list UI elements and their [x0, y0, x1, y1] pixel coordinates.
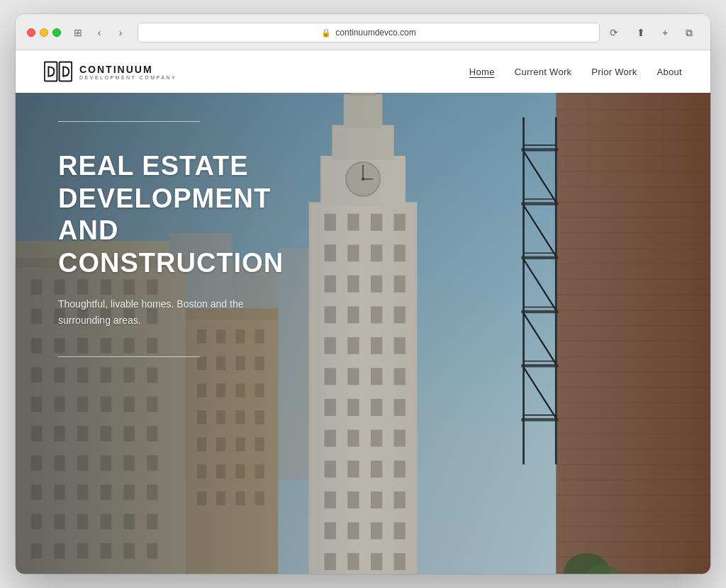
share-button[interactable]: ⬆ [631, 23, 651, 43]
back-button[interactable]: ‹ [91, 24, 108, 41]
svg-rect-1 [60, 62, 72, 81]
logo-text: CONTINUUM DEVELOPMENT COMPANY [79, 64, 177, 80]
site-logo: CONTINUUM DEVELOPMENT COMPANY [44, 61, 177, 82]
browser-controls: ⊞ ‹ › [69, 24, 129, 41]
nav-home[interactable]: Home [469, 67, 495, 77]
more-button[interactable]: ⧉ [679, 23, 699, 43]
site-header: CONTINUUM DEVELOPMENT COMPANY Home Curre… [16, 50, 710, 93]
svg-rect-0 [45, 62, 57, 81]
site-nav: Home Current Work Prior Work About [469, 67, 682, 77]
browser-action-buttons: ⬆ + ⧉ [631, 23, 699, 43]
lock-icon: 🔒 [321, 28, 331, 38]
nav-current-work[interactable]: Current Work [515, 67, 572, 77]
website-content: CONTINUUM DEVELOPMENT COMPANY Home Curre… [16, 50, 710, 574]
hero-line-top [58, 121, 200, 122]
minimize-button[interactable] [40, 28, 48, 37]
hero-title-line3: AND CONSTRUCTION [58, 215, 284, 278]
hero-subtitle: Thoughtful, livable homes. Boston and th… [58, 296, 271, 328]
address-bar[interactable]: 🔒 continuumdevco.com [138, 23, 600, 43]
nav-about[interactable]: About [657, 67, 682, 77]
browser-chrome: ⊞ ‹ › 🔒 continuumdevco.com ⟳ ⬆ + ⧉ [16, 14, 710, 50]
maximize-button[interactable] [52, 28, 61, 37]
hero-section: REAL ESTATE DEVELOPMENT AND CONSTRUCTION… [16, 93, 710, 574]
logo-name: CONTINUUM [79, 64, 177, 75]
hero-title-line2: DEVELOPMENT [58, 183, 271, 213]
hero-content: REAL ESTATE DEVELOPMENT AND CONSTRUCTION… [16, 93, 363, 385]
hero-line-bottom [58, 356, 200, 357]
reload-button[interactable]: ⟳ [605, 24, 622, 41]
hero-title-line1: REAL ESTATE [58, 151, 249, 181]
forward-button[interactable]: › [112, 24, 129, 41]
logo-subtitle: DEVELOPMENT COMPANY [79, 75, 177, 80]
hero-title: REAL ESTATE DEVELOPMENT AND CONSTRUCTION [58, 150, 320, 279]
logo-icon [44, 61, 72, 82]
close-button[interactable] [27, 28, 35, 37]
browser-window: ⊞ ‹ › 🔒 continuumdevco.com ⟳ ⬆ + ⧉ [16, 14, 710, 574]
new-tab-button[interactable]: + [655, 23, 675, 43]
traffic-lights [27, 28, 61, 37]
squares-icon[interactable]: ⊞ [69, 24, 86, 41]
nav-prior-work[interactable]: Prior Work [591, 67, 637, 77]
url-text: continuumdevco.com [335, 28, 415, 38]
